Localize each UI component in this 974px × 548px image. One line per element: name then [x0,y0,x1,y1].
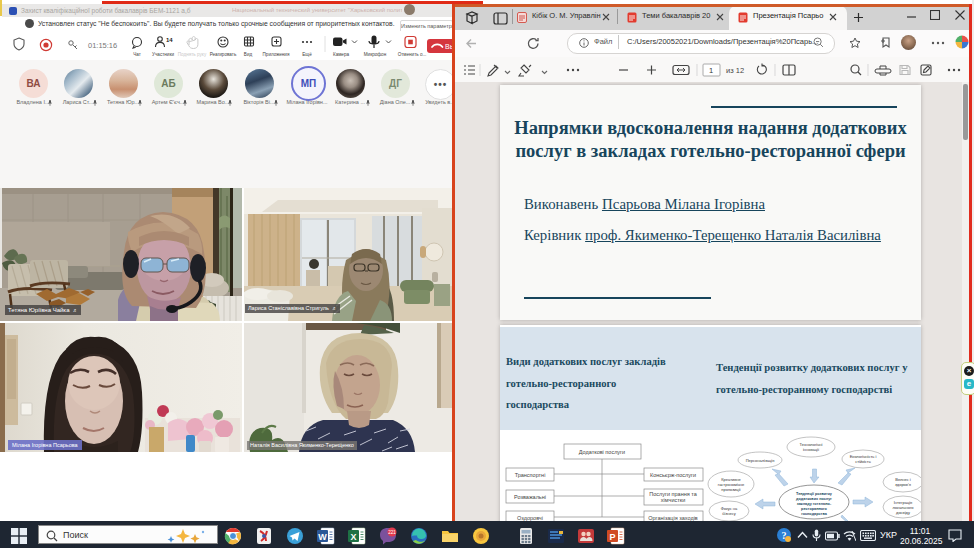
svg-text:пропозиції: пропозиції [721,487,741,492]
svg-text:X: X [350,532,356,542]
svg-text:01:15:16: 01:15:16 [88,41,117,50]
svg-text:Чат: Чат [133,52,142,57]
svg-text:P: P [609,532,615,542]
svg-text:досвіду: досвіду [896,510,910,515]
svg-text:Микрофон: Микрофон [364,52,387,57]
svg-text:інновації: інновації [803,447,820,452]
svg-text:221: 221 [388,530,396,535]
svg-text:Приложения: Приложения [263,52,290,57]
svg-text:Транспортні: Транспортні [515,472,546,478]
svg-text:Додаткові послуги: Додаткові послуги [579,449,625,455]
svg-text:Отменить о...: Отменить о... [398,52,427,57]
svg-text:стійкість: стійкість [855,459,871,464]
svg-text:Поднять руку: Поднять руку [178,52,207,57]
svg-text:Ещё: Ещё [302,52,312,57]
svg-text:здоров'я: здоров'я [895,482,911,487]
svg-text:Вид: Вид [244,52,253,57]
svg-text:Консьєрж-послуги: Консьєрж-послуги [650,472,696,478]
svg-text:господарства: господарства [801,512,828,516]
svg-text:Камера: Камера [333,52,349,57]
svg-text:Розважальні: Розважальні [514,494,546,500]
svg-text:Оздоровчі: Оздоровчі [517,515,543,521]
svg-text:Реагировать: Реагировать [210,52,237,57]
svg-text:Участники: Участники [152,52,174,57]
svg-text:Тенденції розвитку: Тенденції розвитку [796,492,833,496]
svg-text:Організація заходів: Організація заходів [648,515,698,521]
svg-text:1: 1 [709,66,713,75]
svg-text:додаткових послуг: додаткових послуг [796,497,832,501]
svg-text:ресторанного: ресторанного [801,507,827,511]
svg-text:W: W [318,532,327,542]
svg-text:из 12: из 12 [726,66,744,75]
svg-text:закладу готельно-: закладу готельно- [797,502,832,506]
svg-text:14: 14 [166,37,173,43]
svg-text:хімчистки: хімчистки [661,497,685,503]
svg-text:Персоналізація: Персоналізація [746,458,775,463]
svg-text:бізнесу: бізнесу [722,511,735,516]
